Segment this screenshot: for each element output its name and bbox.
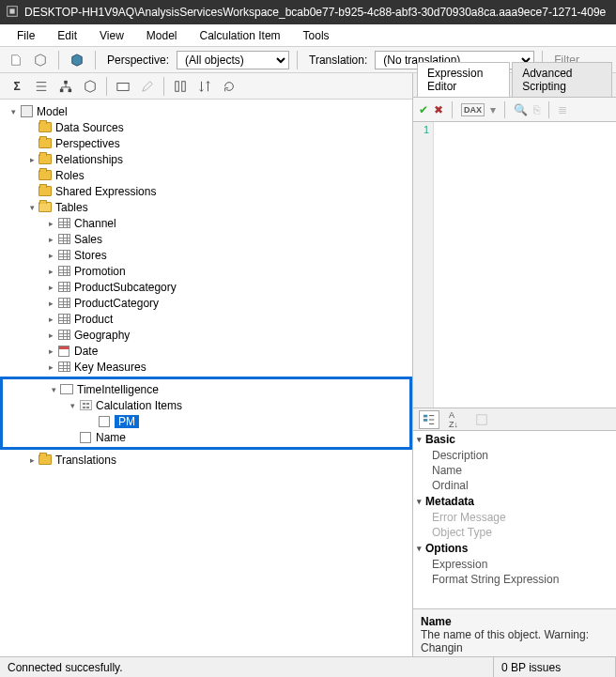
menu-model[interactable]: Model — [137, 26, 187, 45]
refresh-icon[interactable] — [218, 76, 240, 97]
perspective-label: Perspective: — [107, 54, 169, 67]
categorized-icon[interactable] — [419, 410, 439, 429]
svg-rect-10 — [477, 414, 487, 424]
tree-calc-name-column[interactable]: Name — [3, 429, 409, 445]
tree-table-productsubcategory[interactable]: ▸ProductSubcategory — [0, 279, 412, 295]
tree-data-sources[interactable]: Data Sources — [0, 119, 412, 135]
cube-icon — [19, 104, 34, 119]
tree-calculation-items[interactable]: ▾Calculation Items — [3, 397, 409, 413]
tree-roles[interactable]: Roles — [0, 167, 412, 183]
tree-table-keymeasures[interactable]: ▸Key Measures — [0, 359, 412, 375]
indent-icon[interactable]: ≣ — [558, 103, 567, 116]
props-section-options[interactable]: ▾Options — [413, 540, 616, 557]
tree-table-product[interactable]: ▸Product — [0, 311, 412, 327]
prop-ordinal[interactable]: Ordinal — [413, 478, 616, 493]
properties-grid[interactable]: ▾Basic Description Name Ordinal ▾Metadat… — [413, 431, 616, 609]
tree-calc-item-pm[interactable]: PM — [3, 413, 409, 429]
dax-editor[interactable]: 1 — [413, 122, 616, 408]
tree-table-sales[interactable]: ▸Sales — [0, 231, 412, 247]
translation-label: Translation: — [309, 54, 367, 67]
tree-table-channel[interactable]: ▸Channel — [0, 215, 412, 231]
search-icon[interactable]: 🔍 — [514, 103, 528, 116]
tree-toolbar: Σ — [0, 73, 412, 100]
status-bp-issues[interactable]: 0 BP issues — [494, 657, 616, 677]
sigma-icon[interactable]: Σ — [6, 76, 28, 97]
property-description: Name The name of this object. Warning: C… — [413, 609, 616, 656]
prop-name[interactable]: Name — [413, 463, 616, 478]
prop-description[interactable]: Description — [413, 448, 616, 463]
properties-toolbar: AZ↓ — [413, 408, 616, 431]
editor-toolbar: ✔ ✖ DAX ▾ 🔍 ⎘ ≣ — [413, 98, 616, 122]
prop-expression[interactable]: Expression — [413, 557, 616, 572]
cube-toggle-icon[interactable] — [79, 76, 101, 97]
menu-calculation-item[interactable]: Calculation Item — [191, 26, 290, 45]
menu-tools[interactable]: Tools — [294, 26, 339, 45]
prop-error-message[interactable]: Error Message — [413, 510, 616, 525]
app-icon — [6, 5, 19, 21]
props-section-metadata[interactable]: ▾Metadata — [413, 493, 616, 510]
tree-relationships[interactable]: ▸Relationships — [0, 151, 412, 167]
folder-toggle-icon[interactable] — [112, 76, 134, 97]
table-icon — [56, 264, 71, 279]
separator — [58, 51, 59, 69]
svg-rect-8 — [424, 414, 427, 417]
date-icon — [56, 344, 71, 359]
table-icon — [56, 328, 71, 343]
separator — [452, 101, 453, 118]
editor-content[interactable] — [434, 122, 616, 408]
commit-icon[interactable]: ✔ — [419, 103, 428, 116]
table-icon — [56, 360, 71, 375]
tab-expression-editor[interactable]: Expression Editor — [417, 62, 510, 97]
tree-model[interactable]: ▾Model — [0, 103, 412, 119]
table-icon — [56, 296, 71, 311]
tree-table-promotion[interactable]: ▸Promotion — [0, 263, 412, 279]
alphabetical-icon[interactable]: AZ↓ — [443, 410, 464, 429]
tree-table-productcategory[interactable]: ▸ProductCategory — [0, 295, 412, 311]
edit-toggle-icon[interactable] — [136, 76, 159, 97]
table-icon — [56, 312, 71, 327]
dax-format-icon[interactable]: DAX — [461, 103, 485, 116]
new-icon[interactable] — [6, 50, 26, 70]
tree-table-date[interactable]: ▸Date — [0, 343, 412, 359]
list-icon[interactable] — [30, 76, 53, 97]
statusbar: Connected succesfully. 0 BP issues — [0, 656, 616, 677]
property-description-title: Name — [421, 615, 608, 628]
sort-icon[interactable] — [193, 76, 216, 97]
model-tree[interactable]: ▾Model Data Sources Perspectives ▸Relati… — [0, 100, 412, 471]
folder-icon — [38, 200, 53, 215]
tree-timeintelligence[interactable]: ▾TimeIntelligence — [3, 381, 409, 397]
table-icon — [56, 216, 71, 231]
tree-table-geography[interactable]: ▸Geography — [0, 327, 412, 343]
calc-group-icon — [59, 382, 74, 397]
prop-object-type[interactable]: Object Type — [413, 525, 616, 540]
dropdown-icon[interactable]: ▾ — [490, 103, 496, 116]
separator — [548, 101, 549, 118]
menubar: File Edit View Model Calculation Item To… — [0, 24, 616, 47]
editor-gutter: 1 — [413, 122, 434, 408]
replace-icon[interactable]: ⎘ — [533, 103, 540, 116]
menu-view[interactable]: View — [90, 26, 133, 45]
selected-calc-item[interactable]: PM — [115, 415, 139, 428]
tab-advanced-scripting[interactable]: Advanced Scripting — [512, 62, 612, 97]
perspective-select[interactable]: (All objects) — [177, 51, 289, 69]
svg-rect-4 — [69, 88, 72, 92]
prop-format-string[interactable]: Format String Expression — [413, 572, 616, 587]
menu-file[interactable]: File — [8, 26, 44, 45]
cube-icon[interactable] — [30, 50, 51, 70]
title-text: DESKTOP-HH1V9AQ\AnalysisServicesWorkspac… — [24, 6, 606, 19]
property-pages-icon[interactable] — [471, 410, 492, 429]
separator — [504, 101, 505, 118]
tree-table-stores[interactable]: ▸Stores — [0, 247, 412, 263]
svg-rect-1 — [9, 8, 14, 13]
tree-tables[interactable]: ▾Tables — [0, 199, 412, 215]
props-section-basic[interactable]: ▾Basic — [413, 431, 616, 448]
tree-shared-expressions[interactable]: Shared Expressions — [0, 183, 412, 199]
columns-icon[interactable] — [169, 76, 192, 97]
hierarchy-icon[interactable] — [54, 76, 77, 97]
tree-perspectives[interactable]: Perspectives — [0, 135, 412, 151]
tree-translations[interactable]: ▸Translations — [0, 452, 412, 468]
cancel-icon[interactable]: ✖ — [434, 103, 443, 116]
menu-edit[interactable]: Edit — [48, 26, 86, 45]
right-pane: Expression Editor Advanced Scripting ✔ ✖… — [413, 73, 616, 656]
deploy-icon[interactable] — [67, 50, 87, 70]
